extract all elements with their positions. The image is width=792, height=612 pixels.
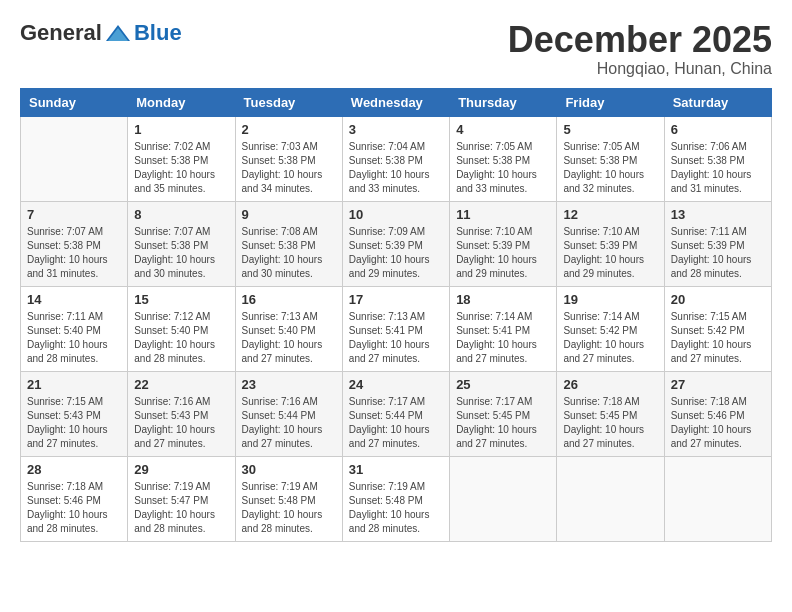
calendar-cell: 21Sunrise: 7:15 AM Sunset: 5:43 PM Dayli… <box>21 371 128 456</box>
day-number: 11 <box>456 207 550 222</box>
day-number: 15 <box>134 292 228 307</box>
calendar-cell: 24Sunrise: 7:17 AM Sunset: 5:44 PM Dayli… <box>342 371 449 456</box>
day-number: 10 <box>349 207 443 222</box>
day-info: Sunrise: 7:18 AM Sunset: 5:46 PM Dayligh… <box>671 395 765 451</box>
weekday-header-wednesday: Wednesday <box>342 88 449 116</box>
day-number: 5 <box>563 122 657 137</box>
day-info: Sunrise: 7:13 AM Sunset: 5:41 PM Dayligh… <box>349 310 443 366</box>
day-info: Sunrise: 7:19 AM Sunset: 5:48 PM Dayligh… <box>349 480 443 536</box>
calendar-week-row: 14Sunrise: 7:11 AM Sunset: 5:40 PM Dayli… <box>21 286 772 371</box>
calendar-cell: 12Sunrise: 7:10 AM Sunset: 5:39 PM Dayli… <box>557 201 664 286</box>
day-info: Sunrise: 7:04 AM Sunset: 5:38 PM Dayligh… <box>349 140 443 196</box>
calendar-cell: 23Sunrise: 7:16 AM Sunset: 5:44 PM Dayli… <box>235 371 342 456</box>
day-info: Sunrise: 7:18 AM Sunset: 5:46 PM Dayligh… <box>27 480 121 536</box>
day-info: Sunrise: 7:14 AM Sunset: 5:41 PM Dayligh… <box>456 310 550 366</box>
day-info: Sunrise: 7:14 AM Sunset: 5:42 PM Dayligh… <box>563 310 657 366</box>
day-number: 6 <box>671 122 765 137</box>
calendar-cell: 11Sunrise: 7:10 AM Sunset: 5:39 PM Dayli… <box>450 201 557 286</box>
day-number: 9 <box>242 207 336 222</box>
day-info: Sunrise: 7:19 AM Sunset: 5:47 PM Dayligh… <box>134 480 228 536</box>
day-number: 17 <box>349 292 443 307</box>
logo-icon <box>104 23 132 43</box>
day-number: 25 <box>456 377 550 392</box>
day-info: Sunrise: 7:11 AM Sunset: 5:40 PM Dayligh… <box>27 310 121 366</box>
calendar-cell <box>21 116 128 201</box>
calendar-cell: 7Sunrise: 7:07 AM Sunset: 5:38 PM Daylig… <box>21 201 128 286</box>
calendar-cell: 6Sunrise: 7:06 AM Sunset: 5:38 PM Daylig… <box>664 116 771 201</box>
day-number: 18 <box>456 292 550 307</box>
calendar-cell: 26Sunrise: 7:18 AM Sunset: 5:45 PM Dayli… <box>557 371 664 456</box>
day-number: 3 <box>349 122 443 137</box>
day-number: 31 <box>349 462 443 477</box>
day-info: Sunrise: 7:08 AM Sunset: 5:38 PM Dayligh… <box>242 225 336 281</box>
day-number: 19 <box>563 292 657 307</box>
calendar-cell: 28Sunrise: 7:18 AM Sunset: 5:46 PM Dayli… <box>21 456 128 541</box>
calendar-cell <box>450 456 557 541</box>
day-info: Sunrise: 7:15 AM Sunset: 5:42 PM Dayligh… <box>671 310 765 366</box>
calendar-cell <box>557 456 664 541</box>
day-info: Sunrise: 7:03 AM Sunset: 5:38 PM Dayligh… <box>242 140 336 196</box>
page-header: General Blue December 2025 Hongqiao, Hun… <box>20 20 772 78</box>
title-block: December 2025 Hongqiao, Hunan, China <box>508 20 772 78</box>
calendar-cell: 27Sunrise: 7:18 AM Sunset: 5:46 PM Dayli… <box>664 371 771 456</box>
day-number: 13 <box>671 207 765 222</box>
weekday-header-row: SundayMondayTuesdayWednesdayThursdayFrid… <box>21 88 772 116</box>
calendar-cell: 3Sunrise: 7:04 AM Sunset: 5:38 PM Daylig… <box>342 116 449 201</box>
calendar-cell: 31Sunrise: 7:19 AM Sunset: 5:48 PM Dayli… <box>342 456 449 541</box>
day-info: Sunrise: 7:17 AM Sunset: 5:44 PM Dayligh… <box>349 395 443 451</box>
calendar-cell: 22Sunrise: 7:16 AM Sunset: 5:43 PM Dayli… <box>128 371 235 456</box>
calendar-week-row: 28Sunrise: 7:18 AM Sunset: 5:46 PM Dayli… <box>21 456 772 541</box>
day-info: Sunrise: 7:13 AM Sunset: 5:40 PM Dayligh… <box>242 310 336 366</box>
calendar-cell: 16Sunrise: 7:13 AM Sunset: 5:40 PM Dayli… <box>235 286 342 371</box>
calendar-cell: 8Sunrise: 7:07 AM Sunset: 5:38 PM Daylig… <box>128 201 235 286</box>
calendar-cell: 13Sunrise: 7:11 AM Sunset: 5:39 PM Dayli… <box>664 201 771 286</box>
day-number: 26 <box>563 377 657 392</box>
location-subtitle: Hongqiao, Hunan, China <box>508 60 772 78</box>
calendar-cell <box>664 456 771 541</box>
logo-general-text: General <box>20 20 102 46</box>
calendar-cell: 10Sunrise: 7:09 AM Sunset: 5:39 PM Dayli… <box>342 201 449 286</box>
calendar-cell: 17Sunrise: 7:13 AM Sunset: 5:41 PM Dayli… <box>342 286 449 371</box>
day-number: 30 <box>242 462 336 477</box>
day-number: 12 <box>563 207 657 222</box>
calendar-week-row: 1Sunrise: 7:02 AM Sunset: 5:38 PM Daylig… <box>21 116 772 201</box>
logo: General Blue <box>20 20 182 46</box>
day-number: 27 <box>671 377 765 392</box>
calendar-cell: 18Sunrise: 7:14 AM Sunset: 5:41 PM Dayli… <box>450 286 557 371</box>
day-info: Sunrise: 7:07 AM Sunset: 5:38 PM Dayligh… <box>134 225 228 281</box>
day-number: 16 <box>242 292 336 307</box>
day-info: Sunrise: 7:16 AM Sunset: 5:44 PM Dayligh… <box>242 395 336 451</box>
day-info: Sunrise: 7:18 AM Sunset: 5:45 PM Dayligh… <box>563 395 657 451</box>
day-number: 29 <box>134 462 228 477</box>
day-number: 14 <box>27 292 121 307</box>
calendar-cell: 1Sunrise: 7:02 AM Sunset: 5:38 PM Daylig… <box>128 116 235 201</box>
day-number: 4 <box>456 122 550 137</box>
day-info: Sunrise: 7:10 AM Sunset: 5:39 PM Dayligh… <box>456 225 550 281</box>
weekday-header-tuesday: Tuesday <box>235 88 342 116</box>
day-info: Sunrise: 7:09 AM Sunset: 5:39 PM Dayligh… <box>349 225 443 281</box>
calendar-cell: 15Sunrise: 7:12 AM Sunset: 5:40 PM Dayli… <box>128 286 235 371</box>
day-number: 28 <box>27 462 121 477</box>
calendar-cell: 20Sunrise: 7:15 AM Sunset: 5:42 PM Dayli… <box>664 286 771 371</box>
calendar-cell: 9Sunrise: 7:08 AM Sunset: 5:38 PM Daylig… <box>235 201 342 286</box>
day-info: Sunrise: 7:17 AM Sunset: 5:45 PM Dayligh… <box>456 395 550 451</box>
day-number: 2 <box>242 122 336 137</box>
month-title: December 2025 <box>508 20 772 60</box>
calendar-cell: 25Sunrise: 7:17 AM Sunset: 5:45 PM Dayli… <box>450 371 557 456</box>
calendar-cell: 30Sunrise: 7:19 AM Sunset: 5:48 PM Dayli… <box>235 456 342 541</box>
day-number: 23 <box>242 377 336 392</box>
day-info: Sunrise: 7:05 AM Sunset: 5:38 PM Dayligh… <box>563 140 657 196</box>
day-info: Sunrise: 7:05 AM Sunset: 5:38 PM Dayligh… <box>456 140 550 196</box>
day-info: Sunrise: 7:06 AM Sunset: 5:38 PM Dayligh… <box>671 140 765 196</box>
day-info: Sunrise: 7:19 AM Sunset: 5:48 PM Dayligh… <box>242 480 336 536</box>
day-info: Sunrise: 7:07 AM Sunset: 5:38 PM Dayligh… <box>27 225 121 281</box>
weekday-header-saturday: Saturday <box>664 88 771 116</box>
weekday-header-sunday: Sunday <box>21 88 128 116</box>
calendar-cell: 2Sunrise: 7:03 AM Sunset: 5:38 PM Daylig… <box>235 116 342 201</box>
weekday-header-thursday: Thursday <box>450 88 557 116</box>
calendar-table: SundayMondayTuesdayWednesdayThursdayFrid… <box>20 88 772 542</box>
day-info: Sunrise: 7:11 AM Sunset: 5:39 PM Dayligh… <box>671 225 765 281</box>
day-number: 7 <box>27 207 121 222</box>
logo-blue-text: Blue <box>134 20 182 46</box>
day-info: Sunrise: 7:15 AM Sunset: 5:43 PM Dayligh… <box>27 395 121 451</box>
